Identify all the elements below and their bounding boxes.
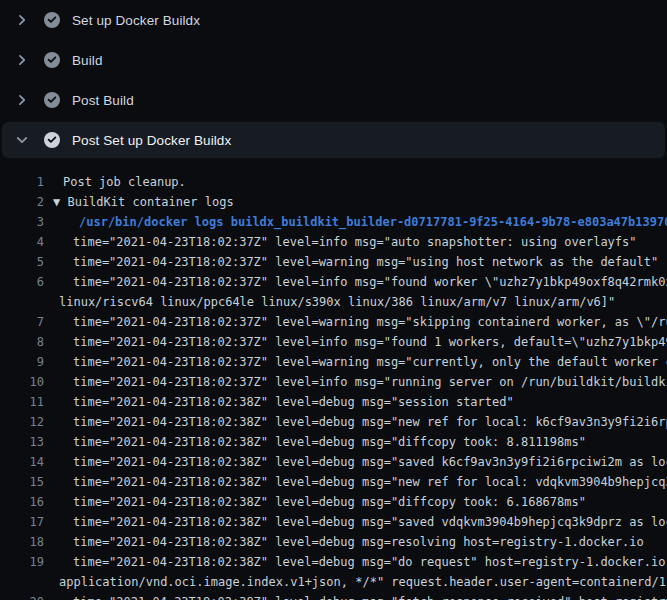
log-line-text: time="2021-04-23T18:02:38Z" level=debug … (73, 472, 667, 492)
log-line-text: time="2021-04-23T18:02:38Z" level=debug … (73, 552, 667, 572)
check-circle-icon (44, 132, 60, 148)
check-circle-icon (44, 12, 60, 28)
log-line-text: time="2021-04-23T18:02:37Z" level=warnin… (73, 252, 658, 272)
log-line: 2 ▼ BuildKit container logs (0, 192, 667, 212)
log-line: 20 time="2021-04-23T18:02:38Z" level=deb… (0, 592, 667, 600)
log-line-number[interactable]: 12 (0, 412, 44, 432)
log-line: 8 time="2021-04-23T18:02:37Z" level=info… (0, 332, 667, 352)
log-line-number[interactable]: 14 (0, 452, 44, 472)
log-line: 3 /usr/bin/docker logs buildx_buildkit_b… (0, 212, 667, 232)
step-row[interactable]: Set up Docker Buildx (0, 0, 667, 40)
log-line-number[interactable]: 3 (0, 212, 44, 232)
log-line: 19 time="2021-04-23T18:02:38Z" level=deb… (0, 552, 667, 572)
log-line-number[interactable]: 18 (0, 532, 44, 552)
log-line-number[interactable]: 20 (0, 592, 44, 600)
log-line-text: time="2021-04-23T18:02:37Z" level=info m… (73, 332, 667, 352)
log-line-text: Post job cleanup. (63, 172, 186, 192)
log-line-number[interactable]: 2 (0, 192, 44, 212)
log-line-number (0, 572, 44, 592)
log-line-text: time="2021-04-23T18:02:38Z" level=debug … (73, 512, 667, 532)
log-line-text: time="2021-04-23T18:02:38Z" level=debug … (73, 392, 514, 412)
workflow-steps-list: Set up Docker Buildx Build (0, 0, 667, 158)
log-line-number[interactable]: 16 (0, 492, 44, 512)
step-title: Build (72, 53, 103, 68)
log-line: 9 time="2021-04-23T18:02:37Z" level=warn… (0, 352, 667, 372)
log-line-text: time="2021-04-23T18:02:37Z" level=info m… (73, 272, 667, 292)
log-line-text: time="2021-04-23T18:02:38Z" level=debug … (73, 532, 644, 552)
log-group-toggle[interactable]: ▼ BuildKit container logs (53, 192, 234, 212)
log-line-text: time="2021-04-23T18:02:38Z" level=debug … (73, 412, 667, 432)
log-line-number[interactable]: 10 (0, 372, 44, 392)
step-row[interactable]: Build (0, 40, 667, 80)
log-line-number[interactable]: 9 (0, 352, 44, 372)
log-line-number[interactable]: 11 (0, 392, 44, 412)
chevron-down-icon[interactable] (14, 132, 30, 148)
log-line-text: time="2021-04-23T18:02:37Z" level=warnin… (73, 312, 667, 332)
log-line-text: time="2021-04-23T18:02:37Z" level=info m… (73, 232, 637, 252)
log-line-text: time="2021-04-23T18:02:38Z" level=debug … (73, 492, 586, 512)
log-line-text: time="2021-04-23T18:02:38Z" level=debug … (73, 592, 667, 600)
chevron-right-icon[interactable] (14, 52, 30, 68)
log-line: 12 time="2021-04-23T18:02:38Z" level=deb… (0, 412, 667, 432)
log-line-number[interactable]: 7 (0, 312, 44, 332)
log-line-text: time="2021-04-23T18:02:38Z" level=debug … (73, 432, 586, 452)
log-line-text: application/vnd.oci.image.index.v1+json,… (59, 572, 667, 592)
log-line: linux/riscv64 linux/ppc64le linux/s390x … (0, 292, 667, 312)
log-line-text: linux/riscv64 linux/ppc64le linux/s390x … (59, 292, 615, 312)
check-circle-icon (44, 52, 60, 68)
check-circle-icon (44, 92, 60, 108)
log-line-text: /usr/bin/docker logs buildx_buildkit_bui… (79, 212, 667, 232)
log-line-number (0, 292, 44, 312)
log-line: 7 time="2021-04-23T18:02:37Z" level=warn… (0, 312, 667, 332)
log-line: 10 time="2021-04-23T18:02:37Z" level=inf… (0, 372, 667, 392)
log-line: application/vnd.oci.image.index.v1+json,… (0, 572, 667, 592)
log-line: 13 time="2021-04-23T18:02:38Z" level=deb… (0, 432, 667, 452)
log-line-number[interactable]: 1 (0, 172, 44, 192)
log-line-text: time="2021-04-23T18:02:38Z" level=debug … (73, 452, 667, 472)
log-line: 18 time="2021-04-23T18:02:38Z" level=deb… (0, 532, 667, 552)
log-line: 14 time="2021-04-23T18:02:38Z" level=deb… (0, 452, 667, 472)
log-line: 17 time="2021-04-23T18:02:38Z" level=deb… (0, 512, 667, 532)
log-line-number[interactable]: 4 (0, 232, 44, 252)
log-line-number[interactable]: 13 (0, 432, 44, 452)
chevron-right-icon[interactable] (14, 92, 30, 108)
step-title: Set up Docker Buildx (72, 13, 200, 28)
log-line-number[interactable]: 19 (0, 552, 44, 572)
step-row[interactable]: Post Set up Docker Buildx (2, 122, 665, 158)
log-line: 16 time="2021-04-23T18:02:38Z" level=deb… (0, 492, 667, 512)
log-line-number[interactable]: 6 (0, 272, 44, 292)
log-line: 6 time="2021-04-23T18:02:37Z" level=info… (0, 272, 667, 292)
log-line: 15 time="2021-04-23T18:02:38Z" level=deb… (0, 472, 667, 492)
log-line-number[interactable]: 8 (0, 332, 44, 352)
log-line-number[interactable]: 15 (0, 472, 44, 492)
log-line-text: time="2021-04-23T18:02:37Z" level=warnin… (73, 352, 667, 372)
log-viewer: 1 Post job cleanup. 2 ▼ BuildKit contain… (0, 160, 667, 600)
step-row[interactable]: Post Build (0, 80, 667, 120)
log-line-number[interactable]: 17 (0, 512, 44, 532)
step-title: Post Set up Docker Buildx (72, 133, 231, 148)
log-line: 11 time="2021-04-23T18:02:38Z" level=deb… (0, 392, 667, 412)
chevron-right-icon[interactable] (14, 12, 30, 28)
log-line-number[interactable]: 5 (0, 252, 44, 272)
log-line: 5 time="2021-04-23T18:02:37Z" level=warn… (0, 252, 667, 272)
log-line: 4 time="2021-04-23T18:02:37Z" level=info… (0, 232, 667, 252)
step-title: Post Build (72, 93, 134, 108)
log-line-text: time="2021-04-23T18:02:37Z" level=info m… (73, 372, 667, 392)
log-line: 1 Post job cleanup. (0, 172, 667, 192)
